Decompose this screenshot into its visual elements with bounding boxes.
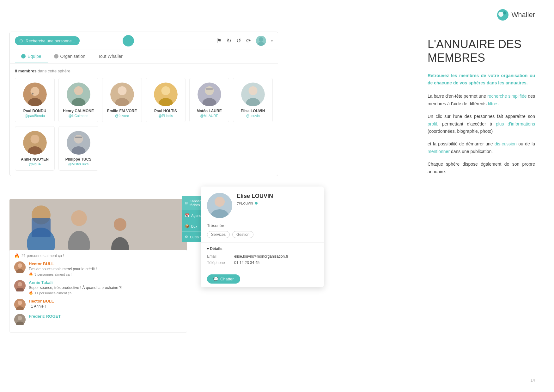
feed-likes-annie-takali: 🔥 11 personnes aiment ça !	[29, 291, 182, 295]
status-dot-philippe	[68, 151, 71, 154]
center-logo	[123, 35, 134, 46]
tabs-bar: Équipe Organisation Tout Whaller	[10, 50, 278, 64]
panel-body-4: Chaque sphère dispose également de son p…	[428, 161, 535, 176]
member-card-elise-louvin[interactable]: Elise LOUVIN @Louvin	[233, 78, 273, 122]
feed-text-hector-1: Pas de soucis mais merci pour le crédit …	[29, 267, 182, 271]
member-card-paul-bondu[interactable]: Paul BONDU @paulBondu	[15, 78, 55, 122]
svg-rect-31	[75, 137, 82, 138]
member-handle-paul-bondu: @paulBondu	[18, 114, 51, 118]
grid-icon: ⊞	[185, 201, 188, 205]
svg-point-50	[18, 316, 22, 320]
svg-point-23	[248, 86, 257, 95]
flag-icon[interactable]: ⚑	[216, 37, 222, 44]
feed-name-frederic: Frédéric ROGET	[29, 314, 182, 319]
popup-details: ▾ Détails Email elise.louvin@monorganisa…	[201, 242, 324, 271]
rotate-icon-1[interactable]: ↻	[227, 37, 231, 44]
member-name-paul-holtis: Paul HOLTIS	[149, 109, 182, 113]
member-card-paul-holtis[interactable]: Paul HOLTIS @PHoltis	[146, 78, 186, 122]
members-grid-row2: Annie NGUYEN @NguA Philippe TUC	[15, 126, 273, 171]
svg-point-8	[32, 93, 33, 95]
member-name-emilie-falvore: Emilie FALVORE	[106, 109, 138, 113]
whaller-logo-icon	[497, 9, 509, 21]
popup-handle: @Louvin	[237, 201, 318, 205]
panel-body-1: La barre d'en-tête permet une recherche …	[428, 93, 535, 108]
feed-item-2: Annie Takali Super séance, très producti…	[14, 280, 182, 295]
feed-likes-hector-1: 🔥 3 personnes aiment ça !	[29, 272, 182, 276]
panel-title: L'ANNUAIRE DES MEMBRES	[428, 37, 535, 64]
member-name-annie-nguyen: Annie NGUYEN	[18, 157, 51, 162]
link-recherche-simplifiee[interactable]: recherche simplifiée	[487, 94, 527, 99]
tab-equipe[interactable]: Équipe	[15, 50, 48, 63]
members-section: 8 membres dans cette sphère P	[10, 64, 278, 176]
members-grid-row1: Paul BONDU @paulBondu Henry CALMONE	[15, 78, 273, 122]
link-profil[interactable]: profil	[428, 121, 437, 126]
user-avatar-header[interactable]	[256, 36, 266, 46]
svg-point-36	[71, 210, 87, 226]
member-name-elise-louvin: Elise LOUVIN	[236, 109, 269, 113]
member-card-annie-nguyen[interactable]: Annie NGUYEN @NguA	[15, 126, 55, 171]
status-dot-emilie	[112, 102, 115, 106]
popup-name: Elise LOUVIN	[237, 193, 318, 199]
member-handle-annie-nguyen: @NguA	[18, 162, 51, 166]
feed-text-hector-2: +1 Annie !	[29, 304, 182, 309]
link-filtres[interactable]: filtres	[488, 101, 498, 106]
profile-popup: Elise LOUVIN @Louvin Trésorière Services…	[201, 187, 324, 287]
search-bar[interactable]: ⊙ Recherche une personne...	[15, 36, 80, 45]
header-icons: ⚑ ↻ ↺ ⟳ ▾	[216, 36, 273, 46]
rotate-icon-2[interactable]: ↺	[236, 37, 241, 44]
member-card-mateo-laure[interactable]: Matéo LAURE @MLAURE	[189, 78, 229, 122]
member-card-emilie-falvore[interactable]: Emilie FALVORE @falvore	[102, 78, 142, 122]
rotate-icon-3[interactable]: ⟳	[246, 37, 251, 44]
svg-point-44	[18, 282, 22, 286]
status-dot-paul	[24, 102, 27, 106]
user-chevron[interactable]: ▾	[271, 39, 273, 43]
member-card-philippe-tucs[interactable]: Philippe TUCS @MisterTucs	[58, 126, 98, 171]
link-plus-informations[interactable]: plus d'informations	[496, 121, 535, 126]
member-handle-henry-calmone: @HCalmone	[62, 114, 95, 118]
svg-point-53	[215, 197, 225, 207]
chat-button[interactable]: 💬 Chatter	[207, 274, 240, 284]
member-avatar-elise-louvin	[241, 83, 265, 106]
feed-item-4: Frédéric ROGET	[14, 314, 182, 325]
member-card-henry-calmone[interactable]: Henry CALMONE @HCalmone	[58, 78, 98, 122]
email-label: Email	[207, 254, 229, 259]
popup-tag-services[interactable]: Services	[207, 231, 230, 238]
link-discussion[interactable]: dis-cussion	[495, 141, 517, 146]
svg-point-3	[259, 37, 263, 42]
status-dot-elise	[242, 102, 246, 106]
feed-avatar-frederic	[14, 314, 26, 325]
svg-point-4	[257, 42, 265, 46]
member-handle-emilie-falvore: @falvore	[106, 114, 138, 118]
phone-label: Téléphone	[207, 260, 229, 265]
svg-point-13	[118, 86, 126, 95]
feed-item-1: Hector BULL Pas de soucis mais merci pou…	[14, 261, 182, 276]
tab-organisation[interactable]: Organisation	[48, 50, 92, 63]
feed-content-hector-1: Hector BULL Pas de soucis mais merci pou…	[29, 261, 182, 276]
member-name-henry-calmone: Henry CALMONE	[62, 109, 95, 113]
feed-item-3: Hector BULL +1 Annie !	[14, 299, 182, 310]
popup-avatar-elise	[207, 193, 232, 218]
svg-point-10	[74, 86, 83, 95]
tab-tout-whaller[interactable]: Tout Whaller	[92, 50, 129, 63]
svg-point-19	[205, 86, 214, 95]
fire-icon: 🔥	[14, 253, 20, 258]
status-dot-annie	[24, 151, 27, 154]
member-avatar-paul-bondu	[23, 83, 47, 106]
svg-point-38	[114, 218, 126, 231]
panel-subtitle: Retrouvez les membres de votre organisat…	[428, 72, 535, 86]
svg-point-16	[161, 86, 170, 95]
member-avatar-annie-nguyen	[23, 131, 47, 155]
link-mentionner[interactable]: mentionner	[428, 149, 450, 154]
photo-strip	[9, 199, 187, 253]
popup-role: Trésorière	[201, 223, 324, 231]
member-name-paul-bondu: Paul BONDU	[18, 109, 51, 113]
popup-info: Elise LOUVIN @Louvin	[237, 193, 318, 205]
feed-avatar-hector-2	[14, 299, 26, 310]
teal-circle-logo	[123, 35, 134, 46]
feed-name-annie-takali: Annie Takali	[29, 280, 182, 285]
svg-point-41	[18, 263, 22, 268]
tab-dot-equipe	[21, 54, 26, 58]
tools-icon: ⚙	[185, 235, 188, 239]
popup-tag-gestion[interactable]: Gestion	[232, 231, 253, 238]
member-avatar-philippe-tucs	[67, 131, 90, 155]
